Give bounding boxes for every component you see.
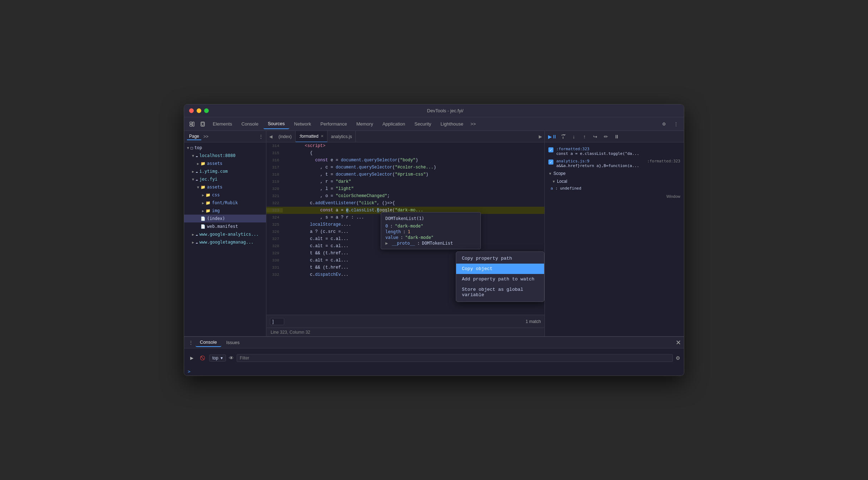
console-gear-icon[interactable]: ⚙ xyxy=(676,355,680,361)
tree-arrow-assets-local: ▶ xyxy=(196,162,201,166)
file-tab-analytics[interactable]: analytics.js xyxy=(327,131,356,142)
tab-application[interactable]: Application xyxy=(378,119,410,129)
console-run-icon[interactable]: ▶ xyxy=(188,354,196,362)
code-line-322: 322 c.addEventListener("click", ()=>{ xyxy=(266,200,544,207)
resume-btn[interactable]: ▶⏸ xyxy=(548,132,557,141)
context-store-global[interactable]: Store object as global variable xyxy=(456,284,544,300)
sidebar-menu-icon[interactable]: ⋮ xyxy=(259,134,263,139)
inspector-icon[interactable] xyxy=(187,119,197,129)
bottom-tab-console[interactable]: Console xyxy=(196,338,221,347)
pause-btn[interactable]: ⏸ xyxy=(612,132,621,141)
deactivate-btn[interactable]: ✏ xyxy=(601,132,611,141)
step-into-btn[interactable]: ↓ xyxy=(569,132,578,141)
sidebar-tab-page[interactable]: Page xyxy=(187,133,201,140)
tree-item-font[interactable]: ▶ 📁 font/Rubik xyxy=(184,199,266,207)
more-options-icon[interactable]: ⋮ xyxy=(671,119,681,129)
step-out-btn[interactable]: ↑ xyxy=(580,132,589,141)
context-copy-path[interactable]: Copy property path xyxy=(456,253,544,264)
tree-item-ga[interactable]: ▶ ☁ www.google-analytics... xyxy=(184,230,266,238)
tree-item-assets-jec[interactable]: ▼ 📁 assets xyxy=(184,183,266,191)
tree-label-assets-local: assets xyxy=(207,161,222,166)
close-button[interactable] xyxy=(189,108,194,113)
local-label: Local xyxy=(557,179,567,184)
tab-performance[interactable]: Performance xyxy=(316,119,351,129)
tab-console[interactable]: Console xyxy=(237,119,263,129)
bp-filename-2: analytics.js:9 xyxy=(556,159,644,163)
tree-arrow-img: ▶ xyxy=(201,209,206,213)
status-position: Line 323, Column 32 xyxy=(271,330,310,335)
more-tabs[interactable]: >> xyxy=(468,121,478,127)
tree-arrow-css: ▶ xyxy=(201,193,206,197)
bottom-menu-icon[interactable]: ⋮ xyxy=(187,339,195,347)
tree-item-img[interactable]: ▶ 📁 img xyxy=(184,207,266,215)
tree-item-localhost[interactable]: ▼ ☁ localhost:8080 xyxy=(184,152,266,160)
device-icon[interactable] xyxy=(198,119,208,129)
svg-rect-2 xyxy=(193,122,194,126)
debugger-toolbar: ▶⏸ ↓ ↑ ↪ ✏ ⏸ xyxy=(545,131,684,142)
maximize-button[interactable] xyxy=(204,108,209,113)
minimize-button[interactable] xyxy=(197,108,201,113)
tab-memory[interactable]: Memory xyxy=(352,119,378,129)
main-area: Page >> ⋮ ▼ □ top ▼ ☁ localhost:8080 xyxy=(184,131,684,336)
svg-point-5 xyxy=(202,126,203,126)
local-section-header[interactable]: ▼ Local xyxy=(545,177,684,185)
window-label: Window xyxy=(666,194,680,199)
tree-item-top[interactable]: ▼ □ top xyxy=(184,144,266,152)
right-panel: ▶⏸ ↓ ↑ ↪ ✏ ⏸ ✓ xyxy=(544,131,684,336)
tree-item-ytimg[interactable]: ▶ ☁ i.ytimg.com xyxy=(184,167,266,175)
folder-icon-assets-local: 📁 xyxy=(201,161,206,166)
breakpoint-1: ✓ :formatted:323 const a = e.classList.t… xyxy=(545,145,684,157)
step-over-btn[interactable] xyxy=(558,132,568,141)
console-top-dropdown[interactable]: top ▾ xyxy=(209,354,226,362)
tree-item-assets-local[interactable]: ▶ 📁 assets xyxy=(184,160,266,167)
tree-item-css[interactable]: ▶ 📁 css xyxy=(184,191,266,199)
settings-icon[interactable]: ⚙ xyxy=(659,119,669,129)
sidebar-more[interactable]: >> xyxy=(203,134,208,139)
scope-section-header[interactable]: ▼ Scope xyxy=(545,170,684,177)
file-tab-prev-icon[interactable]: ◀ xyxy=(266,131,275,142)
context-add-watch[interactable]: Add property path to watch xyxy=(456,274,544,284)
tab-lighthouse[interactable]: Lighthouse xyxy=(436,119,468,129)
bp-checkbox-1[interactable]: ✓ xyxy=(548,147,553,152)
search-input[interactable]: ] xyxy=(270,318,284,325)
folder-icon-font: 📁 xyxy=(206,201,211,205)
sidebar-header: Page >> ⋮ xyxy=(184,131,266,142)
code-area[interactable]: 314 <script> 315 { 316 const e = documen… xyxy=(266,142,544,315)
bp-checkbox-2[interactable]: ✓ xyxy=(548,160,553,165)
code-line-315: 315 { xyxy=(266,150,544,157)
tab-security[interactable]: Security xyxy=(410,119,435,129)
bottom-tab-issues[interactable]: Issues xyxy=(222,338,244,347)
tree-item-manifest[interactable]: ▶ 📄 web.manifest xyxy=(184,222,266,230)
console-filter-input[interactable]: Filter xyxy=(237,354,673,362)
tab-elements[interactable]: Elements xyxy=(208,119,236,129)
tooltip-title: DOMTokenList(1) xyxy=(381,215,480,223)
console-eye-icon[interactable]: 👁 xyxy=(229,355,234,361)
console-clear-icon[interactable]: 🚫 xyxy=(198,354,206,362)
cloud-icon-ytimg: ☁ xyxy=(196,169,198,174)
tree-arrow-assets-jec: ▼ xyxy=(196,185,201,189)
folder-icon-assets-jec: 📁 xyxy=(201,185,206,190)
window-area: Window xyxy=(545,191,684,202)
tree-item-jecfyi[interactable]: ▼ ☁ jec.fyi xyxy=(184,175,266,183)
file-tab-index[interactable]: (index) xyxy=(275,131,296,142)
close-tab-formatted[interactable]: ✕ xyxy=(321,134,324,138)
tree-arrow-gtm: ▶ xyxy=(191,240,196,244)
tab-network[interactable]: Network xyxy=(290,119,316,129)
tree-item-gtm[interactable]: ▶ ☁ www.googletagmanag... xyxy=(184,238,266,246)
left-sidebar: Page >> ⋮ ▼ □ top ▼ ☁ localhost:8080 xyxy=(184,131,266,336)
context-copy-object[interactable]: Copy object xyxy=(456,264,544,274)
step-btn[interactable]: ↪ xyxy=(591,132,600,141)
tree-item-index[interactable]: ▶ 📄 (index) xyxy=(184,215,266,222)
tooltip-row-proto: ▶ __proto__ : DOMTokenList xyxy=(381,240,480,246)
bottom-close-icon[interactable]: ✕ xyxy=(676,339,681,347)
scope-arrow: ▼ xyxy=(548,172,552,176)
sidebar-tree: ▼ □ top ▼ ☁ localhost:8080 ▶ 📁 assets xyxy=(184,142,266,336)
file-tab-next-icon[interactable]: ▶ xyxy=(536,131,544,142)
code-line-316: 316 const e = document.querySelector("bo… xyxy=(266,157,544,164)
scope-item-a: a : undefined xyxy=(545,185,684,191)
file-tab-formatted[interactable]: :formatted ✕ xyxy=(296,131,327,142)
cloud-icon-gtm: ☁ xyxy=(196,240,198,245)
cloud-icon-localhost: ☁ xyxy=(196,153,198,158)
console-top-value: top xyxy=(212,356,218,361)
tab-sources[interactable]: Sources xyxy=(263,119,289,129)
